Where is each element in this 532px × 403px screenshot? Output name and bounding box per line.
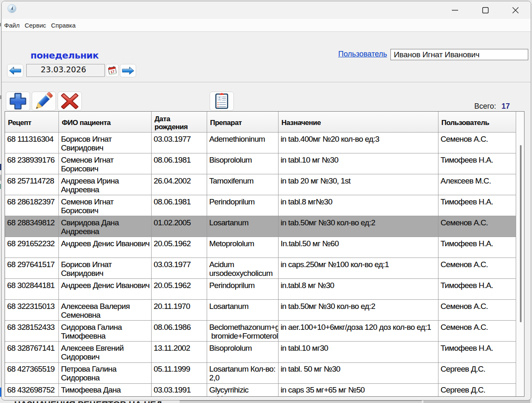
table-cell[interactable]: Сергеев Д.С.: [438, 363, 516, 384]
user-input[interactable]: Иванов Игнат Иванович: [390, 49, 528, 60]
table-cell[interactable]: in tab.400мг №20 кол-во ед:3: [279, 133, 438, 153]
table-cell[interactable]: Сергеев Д.С.: [438, 384, 516, 396]
table-cell[interactable]: in tab.50мг №30 кол-во ед:2: [279, 300, 438, 321]
table-cell[interactable]: Семенов А.С.: [438, 133, 516, 153]
table-cell[interactable]: Свиридова Дана Андреевна: [59, 216, 152, 237]
table-cell[interactable]: 68 257114728: [5, 174, 59, 195]
table-cell[interactable]: 13.11.2002: [152, 342, 207, 362]
table-row[interactable]: 68 302844181Андреев Денис Иванович20.05.…: [5, 279, 516, 300]
table-cell[interactable]: 68 111316304: [5, 133, 59, 153]
table-cell[interactable]: 20.05.1962: [152, 237, 207, 258]
table-cell[interactable]: in tabl. 50 мг №30: [279, 363, 438, 384]
table-cell[interactable]: Beclomethazonum+gl bromide+Formoterolu: [207, 321, 279, 342]
previous-day-button[interactable]: [7, 64, 23, 77]
table-cell[interactable]: 68 427365519: [5, 363, 59, 384]
table-cell[interactable]: 03.03.1991: [152, 384, 207, 396]
table-cell[interactable]: Андреев Денис Иванович: [59, 237, 152, 258]
table-cell[interactable]: Семенов А.С.: [438, 300, 516, 321]
table-cell[interactable]: Семенов А.С.: [438, 258, 516, 279]
table-cell[interactable]: 68 328767141: [5, 342, 59, 362]
table-cell[interactable]: 68 291652232: [5, 237, 59, 258]
table-cell[interactable]: 68 288349812: [5, 216, 59, 237]
add-button[interactable]: [6, 92, 30, 111]
table-cell[interactable]: 01.02.2005: [152, 216, 207, 237]
scrollbar-thumb[interactable]: [520, 145, 522, 322]
table-cell[interactable]: 68 302844181: [5, 279, 59, 300]
table-cell[interactable]: 68 328152433: [5, 321, 59, 342]
table-cell[interactable]: Ademethioninum: [207, 133, 279, 153]
table-row[interactable]: 68 111316304Борисов Игнат Свиридович03.0…: [5, 133, 516, 153]
table-row[interactable]: 68 328767141Алексеев Евгений Сидорович13…: [5, 342, 516, 362]
table-cell[interactable]: Losartanum: [207, 300, 279, 321]
table-row[interactable]: 68 288349812Свиридова Дана Андреевна01.0…: [5, 216, 516, 237]
table-cell[interactable]: Семенов Игнат Борисович: [59, 153, 152, 174]
table-cell[interactable]: 20.05.1962: [152, 279, 207, 300]
table-cell[interactable]: 08.06.1981: [152, 153, 207, 174]
table-cell[interactable]: Алексеев Евгений Сидорович: [59, 342, 152, 362]
calendar-button[interactable]: 17: [106, 64, 119, 77]
table-cell[interactable]: 08.06.1986: [152, 321, 207, 342]
table-row[interactable]: 68 432698752Тимофеева Дана03.03.1991Glyc…: [5, 384, 516, 396]
user-link[interactable]: Пользователь: [338, 50, 387, 59]
table-cell[interactable]: In.tabl.50 мг №60: [279, 237, 438, 258]
table-row[interactable]: 68 297641517Борисов Игнат Свиридович03.0…: [5, 258, 516, 279]
table-cell[interactable]: Семенов А.С.: [438, 216, 516, 237]
table-cell[interactable]: Bisoprololum: [207, 153, 279, 174]
table-cell[interactable]: 03.03.1977: [152, 258, 207, 279]
report-button[interactable]: [210, 92, 234, 111]
table-cell[interactable]: 26.04.2002: [152, 174, 207, 195]
table-cell[interactable]: Metoprololum: [207, 237, 279, 258]
table-cell[interactable]: in aer.100+10+6мкг/доза 120 доз кол-во е…: [279, 321, 438, 342]
next-day-button[interactable]: [120, 64, 136, 77]
table-cell[interactable]: 20.11.1970: [152, 300, 207, 321]
minimize-button[interactable]: [440, 1, 470, 19]
table-cell[interactable]: Тимофеев Н.А.: [438, 153, 516, 174]
table-cell[interactable]: Сидорова Галина Тимофеевна: [59, 321, 152, 342]
menu-help[interactable]: Справка: [48, 22, 78, 29]
table-cell[interactable]: Tamoxifenum: [207, 174, 279, 195]
table-row[interactable]: 68 427365519Петрова Галина Сидоровна05.1…: [5, 363, 516, 384]
table-cell[interactable]: in caps 35 мг+65 мг №50: [279, 384, 438, 396]
delete-button[interactable]: [58, 92, 82, 111]
table-cell[interactable]: Петрова Галина Сидоровна: [59, 363, 152, 384]
table-row[interactable]: 68 238939176Семенов Игнат Борисович08.06…: [5, 153, 516, 174]
table-cell[interactable]: 03.03.1977: [152, 133, 207, 153]
date-input[interactable]: 23.03.2026: [26, 64, 105, 77]
table-cell[interactable]: Тимофеев Н.А.: [438, 195, 516, 216]
table-cell[interactable]: 68 286182397: [5, 195, 59, 216]
table-cell[interactable]: in caps.250мг №100 кол-во ед:1: [279, 258, 438, 279]
table-cell[interactable]: Glycyrrihizic acidum: [207, 384, 279, 396]
table-row[interactable]: 68 328152433Сидорова Галина Тимофеевна08…: [5, 321, 516, 342]
table-cell[interactable]: Семенов Игнат Борисович: [59, 195, 152, 216]
menu-file[interactable]: Файл: [2, 22, 22, 29]
table-cell[interactable]: Losartanum Кол-во: 2,0: [207, 363, 279, 384]
table-cell[interactable]: Андреева Ирина Андреевна: [59, 174, 152, 195]
table-cell[interactable]: in tabl.10 мг №30: [279, 153, 438, 174]
maximize-button[interactable]: [470, 1, 500, 19]
edit-button[interactable]: [32, 92, 56, 111]
table-cell[interactable]: Losartanum: [207, 216, 279, 237]
table-cell[interactable]: Алексеева Валерия Семеновна: [59, 300, 152, 321]
table-cell[interactable]: Андреев Денис Иванович: [59, 279, 152, 300]
table-cell[interactable]: 68 238939176: [5, 153, 59, 174]
table-cell[interactable]: Семенов А.С.: [438, 321, 516, 342]
table-cell[interactable]: Алексеев М.С.: [438, 174, 516, 195]
table-cell[interactable]: Bisoprololum: [207, 342, 279, 362]
table-cell[interactable]: in tabl.8 мг№30: [279, 195, 438, 216]
table-cell[interactable]: Perindoprilum: [207, 195, 279, 216]
table-row[interactable]: 68 286182397Семенов Игнат Борисович08.06…: [5, 195, 516, 216]
table-cell[interactable]: 68 432698752: [5, 384, 59, 396]
table-cell[interactable]: Тимофеев Н.А.: [438, 342, 516, 362]
table-cell[interactable]: in tab.50мг №30 кол-во ед:2: [279, 216, 438, 237]
table-cell[interactable]: in tabl.10 мг30: [279, 342, 438, 362]
table-cell[interactable]: Борисов Игнат Свиридович: [59, 133, 152, 153]
table-cell[interactable]: in tab 20 мг №30, 1st: [279, 174, 438, 195]
close-button[interactable]: [500, 1, 530, 19]
table-cell[interactable]: in.tabl.8 мг №30: [279, 279, 438, 300]
table-cell[interactable]: Борисов Игнат Свиридович: [59, 258, 152, 279]
table-cell[interactable]: 05.11.1999: [152, 363, 207, 384]
table-row[interactable]: 68 291652232Андреев Денис Иванович20.05.…: [5, 237, 516, 258]
table-cell[interactable]: Acidum ursodeoxycholicum: [207, 258, 279, 279]
menu-service[interactable]: Сервис: [22, 22, 48, 29]
table-cell[interactable]: 68 322315013: [5, 300, 59, 321]
